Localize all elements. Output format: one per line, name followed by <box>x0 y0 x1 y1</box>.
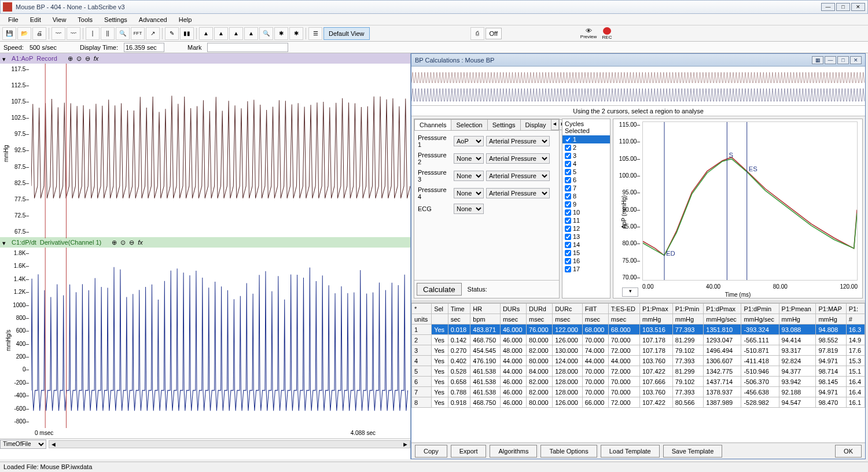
zoom-in-icon[interactable]: ⊕ <box>112 239 117 246</box>
ecg-select[interactable]: None <box>454 204 484 214</box>
table-row[interactable]: 6Yes0.658461.53846.00082.000128.00070.00… <box>412 377 865 387</box>
cycle-checkbox[interactable] <box>565 266 571 272</box>
cycle-item[interactable]: 10 <box>562 208 610 216</box>
results-table-wrap[interactable]: *SelTimeHRDURsDURdDURcFillTT:ES-EDP1:Pma… <box>411 303 865 443</box>
toolbar-peaks2-icon[interactable]: ✱ <box>289 27 303 40</box>
tab-settings[interactable]: Settings <box>487 119 521 130</box>
cycle-item[interactable]: 14 <box>562 241 610 249</box>
algorithms-button[interactable]: Algorithms <box>490 445 537 458</box>
column-header[interactable]: P1:Pmean <box>779 304 816 314</box>
cycle-item[interactable]: 5 <box>562 168 610 176</box>
tab-scroll-left[interactable]: ◄ <box>551 119 559 130</box>
cycle-checkbox[interactable] <box>565 201 571 208</box>
column-header[interactable]: Time <box>448 304 470 314</box>
menu-help[interactable]: Help <box>173 15 198 24</box>
panel-maximize-button[interactable]: □ <box>837 56 849 64</box>
cycle-item[interactable]: 17 <box>562 265 610 273</box>
toolbar-analysis4-icon[interactable]: ▲ <box>244 27 258 40</box>
cycle-checkbox[interactable] <box>565 185 571 191</box>
column-header[interactable]: DURc <box>553 304 583 314</box>
display-time-input[interactable] <box>124 43 164 52</box>
column-header[interactable]: T:ES-ED <box>608 304 639 314</box>
zoom-reset-icon[interactable]: ⊙ <box>76 55 82 62</box>
panel-minimize-button[interactable]: — <box>825 56 836 64</box>
toolbar-open-icon[interactable]: 📂 <box>17 27 31 40</box>
cycle-checkbox[interactable] <box>565 217 571 224</box>
cycle-checkbox[interactable] <box>565 226 571 232</box>
panel-layout-icon[interactable]: ▦ <box>812 56 823 64</box>
channel2-header[interactable]: ▾ C1:dP/dt Derivative(Channel 1) ⊕ ⊙ ⊖ f… <box>0 237 410 248</box>
cycle-item[interactable]: 15 <box>562 249 610 257</box>
fx-icon[interactable]: fx <box>138 239 143 246</box>
cycle-checkbox[interactable] <box>565 234 571 240</box>
toolbar-print-icon[interactable]: 🖨 <box>32 27 46 40</box>
pressure-channel-select[interactable]: AoP <box>454 136 484 146</box>
cycle-checkbox[interactable] <box>565 145 571 151</box>
channel1-header[interactable]: ▾ A1:AoP Record ⊕ ⊙ ⊖ fx <box>0 53 410 64</box>
menu-file[interactable]: File <box>2 15 24 24</box>
zoom-out-icon[interactable]: ⊖ <box>85 55 90 62</box>
column-header[interactable]: FillT <box>582 304 608 314</box>
panel-close-button[interactable]: ✕ <box>850 56 862 64</box>
toolbar-find-icon[interactable]: 🔍 <box>259 27 273 40</box>
cycle-graph[interactable]: AoP (mmHg) 115.00–110.00–105.00–100.00–9… <box>613 119 863 298</box>
column-header[interactable]: Sel <box>432 304 448 314</box>
maximize-button[interactable]: □ <box>836 3 850 11</box>
ok-button[interactable]: OK <box>835 445 862 458</box>
cycles-list[interactable]: Cycles Selected 1 2 3 4 5 6 7 8 9 10 11 … <box>562 119 610 298</box>
zoom-out-icon[interactable]: ⊖ <box>129 239 134 246</box>
cycle-item[interactable]: 6 <box>562 176 610 184</box>
pressure-channel-select[interactable]: None <box>454 188 484 198</box>
horizontal-scrollbar[interactable]: ◄ ► <box>49 440 410 448</box>
toolbar-fft-icon[interactable]: FFT <box>131 27 145 40</box>
record-button[interactable]: REC <box>599 27 615 40</box>
channel2-waveform[interactable]: mmHg/s 1.8K–1.6K–1.4K–1.2K–1000–800–600–… <box>0 248 410 427</box>
toolbar-zoom-icon[interactable]: 🔍 <box>116 27 130 40</box>
toolbar-save-icon[interactable]: 💾 <box>2 27 16 40</box>
pressure-channel-select[interactable]: None <box>454 153 484 164</box>
overview-waveform[interactable] <box>411 67 865 106</box>
pressure-type-select[interactable]: Arterial Pressure <box>486 188 550 198</box>
column-header[interactable]: P1:Pmin <box>672 304 704 314</box>
cycle-checkbox[interactable] <box>565 242 571 248</box>
preview-button[interactable]: 👁 Preview <box>579 27 598 40</box>
tab-channels[interactable]: Channels <box>414 119 451 130</box>
cycle-checkbox[interactable] <box>565 209 571 216</box>
table-options-button[interactable]: Table Options <box>540 445 597 458</box>
menu-view[interactable]: View <box>47 15 72 24</box>
toolbar-peaks1-icon[interactable]: ✱ <box>274 27 288 40</box>
table-row[interactable]: 1Yes0.018483.87146.00076.000122.00068.00… <box>412 325 865 335</box>
toolbar-wave1-icon[interactable]: 〰 <box>52 27 65 40</box>
column-header[interactable]: P1: <box>846 304 865 314</box>
cycle-checkbox[interactable] <box>565 177 571 183</box>
timeoffile-select[interactable]: TimeOfFile <box>0 440 46 449</box>
table-row[interactable]: 7Yes0.788461.53846.00082.000128.00070.00… <box>412 387 865 397</box>
toolbar-list-icon[interactable]: ☰ <box>308 27 322 40</box>
column-header[interactable]: * <box>412 304 432 314</box>
cycle-checkbox[interactable] <box>565 161 571 167</box>
pressure-channel-select[interactable]: None <box>454 171 484 181</box>
column-header[interactable]: DURs <box>500 304 526 314</box>
cycle-item[interactable]: 8 <box>562 192 610 200</box>
toolbar-device-icon[interactable]: ⎙ <box>470 27 484 40</box>
toolbar-xy-icon[interactable]: ↗ <box>146 27 160 40</box>
toolbar-analysis2-icon[interactable]: ▲ <box>214 27 228 40</box>
cycle-item[interactable]: 1 <box>562 135 610 143</box>
pressure-type-select[interactable]: Arterial Pressure <box>486 171 550 181</box>
toolbar-mark-icon[interactable]: ✎ <box>165 27 179 40</box>
menu-settings[interactable]: Settings <box>98 15 133 24</box>
export-button[interactable]: Export <box>451 445 487 458</box>
cycle-checkbox[interactable] <box>565 193 571 200</box>
cycle-checkbox[interactable] <box>565 169 571 175</box>
channel1-waveform[interactable]: mmHg 117.5–112.5–107.5–102.5–97.5–92.5–8… <box>0 64 410 237</box>
cycle-item[interactable]: 13 <box>562 233 610 241</box>
column-header[interactable]: P1:Pmax <box>640 304 673 314</box>
table-row[interactable]: 8Yes0.918468.75046.00080.000126.00066.00… <box>412 397 865 408</box>
table-row[interactable]: 5Yes0.528461.53844.00084.000128.00070.00… <box>412 366 865 377</box>
toolbar-analysis3-icon[interactable]: ▲ <box>229 27 243 40</box>
save-template-button[interactable]: Save Template <box>663 445 723 458</box>
pressure-type-select[interactable]: Arterial Pressure <box>486 153 550 164</box>
menu-edit[interactable]: Edit <box>24 15 47 24</box>
minimize-button[interactable]: — <box>821 3 835 11</box>
toolbar-bars-icon[interactable]: ▮▮ <box>180 27 194 40</box>
